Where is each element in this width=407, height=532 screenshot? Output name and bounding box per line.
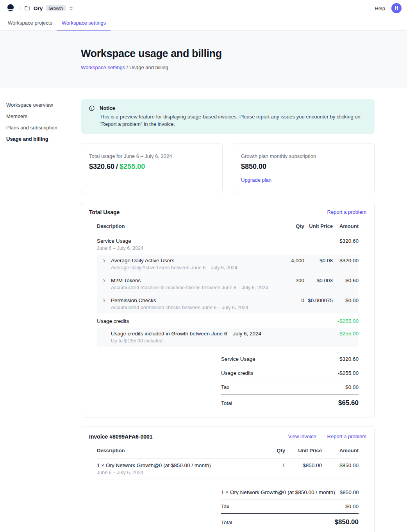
row-amount: -$255.00 (333, 318, 359, 324)
sidebar-item-workspace-overview[interactable]: Workspace overview (6, 100, 77, 110)
invoice-summary: 1 × Ory Network Growth@0 (at $850.00 / m… (221, 485, 359, 527)
notice-title: Notice (100, 104, 361, 112)
row-subtitle: Accumulated machine-to-machine tokens be… (111, 285, 274, 290)
topbar-right: Help H (375, 3, 402, 13)
sidebar-item-members[interactable]: Members (6, 111, 77, 121)
table-row-usage-credits: Usage credits -$255.00 (97, 314, 359, 328)
total-usage-card: Total usage for June 6 – July 6, 2024 $3… (81, 143, 223, 193)
table-row-average-daily-active-users: Average Daily Active Users Average Daily… (97, 254, 359, 274)
column-header-description: Description (97, 223, 274, 229)
summary-value: $0.00 (345, 503, 359, 509)
invoice-panel-title: Invoice #8099AFA6-0001 (89, 433, 153, 440)
sidebar-item-plans-and-subscription[interactable]: Plans and subscription (6, 123, 77, 133)
summary-label: 1 × Ory Network Growth@0 (at $850.00 / m… (221, 489, 335, 495)
column-header-amount: Amount (322, 448, 359, 453)
invoice-table: Description Qty Unit Price Amount 1 × Or… (89, 445, 366, 527)
summary-row-growth-subscription: 1 × Ory Network Growth@0 (at $850.00 / m… (221, 485, 359, 500)
table-row-m2m-tokens: M2M Tokens Accumulated machine-to-machin… (97, 274, 359, 294)
breadcrumb-current: Usage and billing (129, 64, 168, 70)
summary-total-row: Total $850.00 (221, 513, 359, 527)
upgrade-plan-link[interactable]: Upgrade plan (241, 177, 271, 183)
row-title: Service Usage (97, 238, 274, 244)
row-title: Usage credits (97, 318, 274, 324)
help-link[interactable]: Help (375, 5, 385, 11)
row-title: 1 × Ory Network Growth@0 (at $850.00 / m… (97, 462, 258, 468)
summary-row-usage-credits: Usage credits -$255.00 (221, 366, 359, 380)
topbar: / Ory Growth Help H (0, 0, 407, 16)
plan-card: Growth plan monthly subscription $850.00… (233, 143, 375, 193)
row-subtitle: Average Daily Active Users between June … (111, 265, 274, 270)
row-unit-price: $850.00 (285, 462, 322, 468)
breadcrumb-link-workspace-settings[interactable]: Workspace settings (81, 64, 125, 70)
total-label: Total (221, 400, 232, 406)
total-usage-panel-title: Total Usage (89, 209, 120, 215)
tab-workspace-settings[interactable]: Workspace settings (57, 16, 111, 30)
column-header-qty: Qty (274, 223, 304, 229)
chevron-right-icon[interactable] (102, 258, 108, 263)
row-subtitle: June 6 – July 6, 2024 (97, 470, 258, 475)
summary-total-row: Total $65.60 (221, 394, 359, 408)
report-problem-link[interactable]: Report a problem (327, 433, 366, 439)
summary-label: Tax (221, 384, 229, 390)
table-row-permission-checks: Permission Checks Accumulated permission… (97, 294, 359, 313)
total-usage-table: Description Qty Unit Price Amount Servic… (89, 221, 366, 408)
summary-label: Tax (221, 503, 229, 509)
report-problem-link[interactable]: Report a problem (327, 209, 366, 215)
breadcrumb: Workspace settings / Usage and billing (81, 64, 401, 70)
total-usage-panel-header: Total Usage Report a problem (89, 209, 366, 221)
chevron-right-icon[interactable] (102, 298, 108, 303)
row-qty: 200 (274, 278, 304, 283)
workspace-switcher[interactable]: Ory Growth (24, 5, 74, 11)
row-qty: 4,000 (274, 258, 304, 263)
row-title: M2M Tokens (111, 278, 274, 283)
summary-value: $850.00 (340, 489, 359, 495)
row-amount: $850.00 (322, 462, 359, 468)
row-title: Usage credits included in Growth between… (111, 331, 274, 337)
row-amount: $0.60 (333, 278, 359, 283)
total-usage-card-label: Total usage for June 6 – July 6, 2024 (89, 153, 214, 159)
total-label: Total (221, 519, 232, 525)
table-header: Description Qty Unit Price Amount (97, 221, 359, 234)
page-title: Workspace usage and billing (81, 48, 401, 60)
row-title: Average Daily Active Users (111, 258, 274, 263)
column-header-qty: Qty (258, 448, 285, 453)
usage-used-amount: $320.60 (89, 163, 114, 170)
summary-label: Service Usage (221, 356, 255, 362)
view-invoice-link[interactable]: View invoice (288, 433, 316, 439)
sidebar-item-usage-and-billing[interactable]: Usage and billing (6, 134, 77, 144)
row-unit-price: $0.003 (304, 278, 333, 283)
invoice-panel-header: Invoice #8099AFA6-0001 View invoice Repo… (89, 433, 366, 445)
summary-value: -$255.00 (338, 370, 359, 376)
chevron-right-icon[interactable] (102, 278, 108, 283)
plan-card-label: Growth plan monthly subscription (241, 153, 366, 159)
table-row-service-usage: Service Usage June 6 – July 6, 2024 $320… (97, 234, 359, 254)
notice-content: Notice This is a preview feature for dis… (100, 104, 361, 128)
row-subtitle: June 6 – July 6, 2024 (97, 245, 274, 251)
summary-value: $0.00 (345, 384, 359, 390)
page-header: Workspace usage and billing Workspace se… (0, 30, 407, 88)
summary-row-tax: Tax $0.00 (221, 380, 359, 394)
plan-card-price: $850.00 (241, 163, 366, 171)
summary-row-tax: Tax $0.00 (221, 500, 359, 513)
row-amount: $320.60 (333, 238, 359, 244)
stat-cards-row: Total usage for June 6 – July 6, 2024 $3… (81, 143, 375, 193)
plan-badge: Growth (46, 5, 66, 11)
ory-logo[interactable] (6, 4, 15, 13)
avatar[interactable]: H (391, 3, 402, 13)
table-row-growth-subscription: 1 × Ory Network Growth@0 (at $850.00 / m… (97, 459, 359, 480)
tab-workspace-projects[interactable]: Workspace projects (3, 16, 57, 30)
usage-separator: / (116, 163, 118, 170)
total-usage-card-value: $320.60/$255.00 (89, 163, 214, 171)
total-value: $850.00 (335, 518, 359, 526)
side-nav: Workspace overview Members Plans and sub… (0, 99, 81, 145)
total-usage-summary: Service Usage $320.60 Usage credits -$25… (221, 352, 359, 408)
topbar-separator: / (19, 5, 20, 11)
row-amount: $0.00 (333, 297, 359, 303)
total-usage-panel: Total Usage Report a problem Description… (81, 202, 375, 417)
row-title: Permission Checks (111, 297, 274, 303)
notice-banner: Notice This is a preview feature for dis… (81, 99, 375, 134)
invoice-panel: Invoice #8099AFA6-0001 View invoice Repo… (81, 426, 375, 532)
notice-body: This is a preview feature for displaying… (100, 113, 361, 128)
row-amount: -$255.00 (333, 331, 359, 337)
row-qty: 1 (258, 462, 285, 468)
